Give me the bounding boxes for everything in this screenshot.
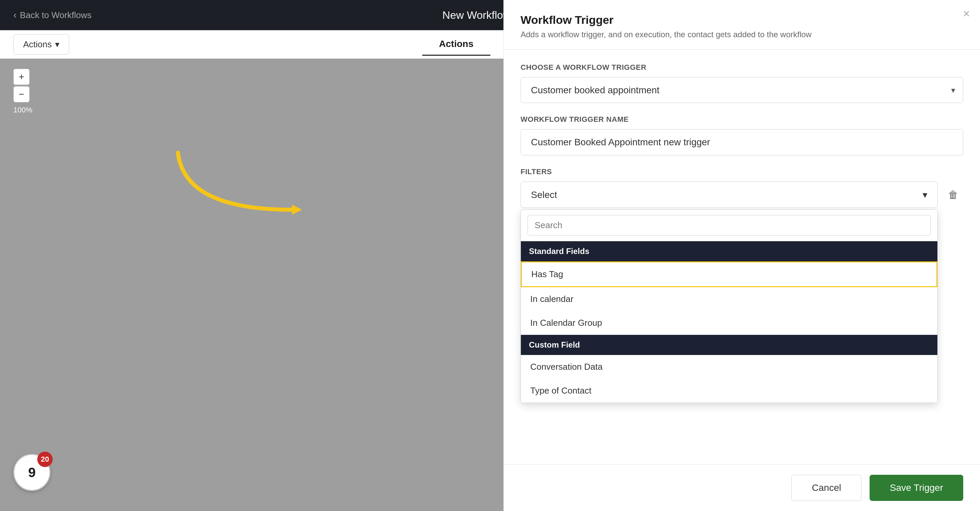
actions-dropdown-button[interactable]: Actions ▾ (13, 34, 69, 55)
panel-footer: Cancel Save Trigger (504, 464, 980, 511)
trigger-type-field-group: CHOOSE A WORKFLOW TRIGGER Customer booke… (520, 63, 963, 103)
filter-dropdown-menu: Standard Fields Has Tag In calendar In (520, 209, 938, 403)
zoom-controls: + − 100% (13, 69, 32, 114)
standard-fields-group-header: Standard Fields (521, 241, 937, 261)
trigger-name-input[interactable] (520, 129, 963, 156)
filter-select-trigger[interactable]: Select ▾ (520, 181, 938, 208)
custom-field-group-header: Custom Field (521, 335, 937, 355)
dropdown-item-in-calendar-group[interactable]: In Calendar Group (521, 311, 937, 335)
actions-chevron-icon: ▾ (55, 39, 59, 50)
panel-title: Workflow Trigger (520, 13, 963, 27)
filter-search-input[interactable] (528, 215, 931, 235)
svg-marker-0 (292, 205, 302, 215)
zoom-in-button[interactable]: + (13, 69, 30, 85)
close-icon: × (963, 7, 970, 21)
filter-dropdown-container: Select ▾ Standard Fields (520, 181, 938, 208)
save-trigger-button[interactable]: Save Trigger (870, 475, 963, 501)
notification-badge[interactable]: 9 20 (13, 454, 50, 491)
workflow-trigger-panel: × Workflow Trigger Adds a workflow trigg… (503, 0, 980, 511)
filter-search-box (521, 210, 937, 241)
trigger-type-select-wrapper: Customer booked appointment ▾ (520, 77, 963, 103)
delete-filter-button[interactable]: 🗑 (943, 185, 963, 205)
back-arrow-icon: ‹ (13, 10, 16, 21)
tab-actions[interactable]: Actions (422, 33, 490, 56)
trigger-type-select[interactable]: Customer booked appointment (520, 77, 963, 103)
zoom-out-button[interactable]: − (13, 86, 30, 102)
cancel-button[interactable]: Cancel (791, 475, 862, 501)
dropdown-item-has-tag[interactable]: Has Tag (521, 261, 937, 287)
trigger-name-label: WORKFLOW TRIGGER NAME (520, 115, 963, 124)
trigger-name-field-group: WORKFLOW TRIGGER NAME (520, 115, 963, 156)
trash-icon: 🗑 (948, 189, 958, 201)
close-panel-button[interactable]: × (963, 7, 970, 21)
trigger-type-label: CHOOSE A WORKFLOW TRIGGER (520, 63, 963, 72)
arrow-annotation (151, 143, 319, 260)
panel-header: Workflow Trigger Adds a workflow trigger… (504, 0, 980, 50)
notification-count-badge: 20 (37, 452, 53, 467)
zoom-in-icon: + (19, 71, 24, 82)
filters-label: FILTERS (520, 167, 963, 176)
notification-icon-char: 9 (28, 465, 36, 480)
filter-select-chevron-icon: ▾ (923, 189, 927, 200)
filter-row: Select ▾ Standard Fields (520, 181, 963, 208)
actions-label: Actions (23, 39, 52, 50)
zoom-out-icon: − (19, 89, 24, 100)
dropdown-item-conversation-data[interactable]: Conversation Data (521, 355, 937, 379)
filters-field-group: FILTERS Select ▾ (520, 167, 963, 208)
filter-select-value: Select (531, 190, 557, 200)
back-label: Back to Workflows (20, 10, 91, 21)
dropdown-item-in-calendar[interactable]: In calendar (521, 287, 937, 311)
back-to-workflows-link[interactable]: ‹ Back to Workflows (13, 10, 92, 21)
zoom-level-label: 100% (13, 106, 32, 114)
panel-body: CHOOSE A WORKFLOW TRIGGER Customer booke… (504, 50, 980, 464)
panel-subtitle: Adds a workflow trigger, and on executio… (520, 30, 963, 39)
dropdown-item-type-of-contact[interactable]: Type of Contact (521, 379, 937, 403)
